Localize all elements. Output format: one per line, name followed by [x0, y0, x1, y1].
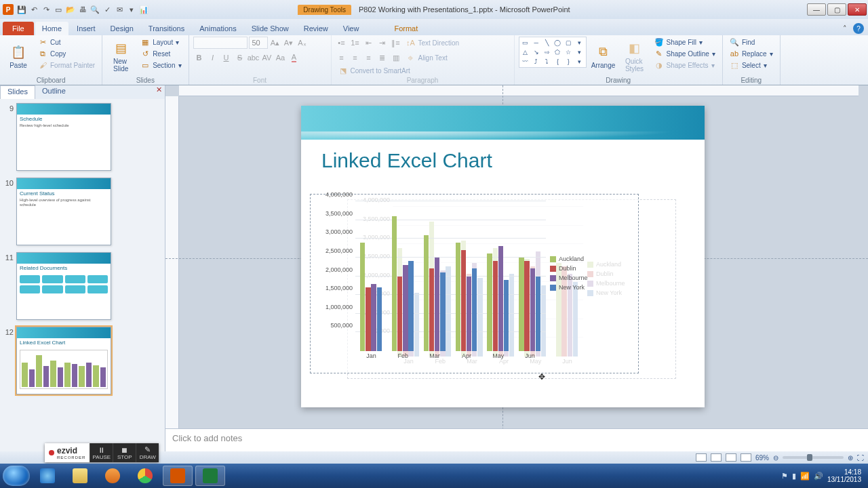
view-reading-icon[interactable]: [726, 453, 736, 462]
linked-chart-object[interactable]: 500,0001,000,0001,500,0002,000,0002,500,…: [310, 194, 639, 373]
slide-thumbnails[interactable]: 9 ScheduleReview high-level schedule 10 …: [0, 99, 165, 464]
taskbar-ie-icon[interactable]: [33, 466, 62, 486]
align-left-button[interactable]: ≡: [336, 52, 348, 64]
line-spacing-button[interactable]: ‖≡: [390, 37, 402, 49]
char-spacing-button[interactable]: AV: [261, 52, 273, 64]
taskbar-chrome-icon[interactable]: [130, 466, 160, 486]
spelling-icon[interactable]: ✓: [102, 4, 113, 15]
maximize-button[interactable]: ▢: [827, 3, 846, 16]
ezvid-stop-button[interactable]: ⏹STOP: [113, 443, 136, 462]
tab-home[interactable]: Home: [35, 22, 68, 35]
italic-button[interactable]: I: [207, 52, 219, 64]
zoom-in-icon[interactable]: ⊕: [848, 454, 853, 462]
shape-fill-button[interactable]: 🪣Shape Fill ▾: [652, 37, 718, 47]
tray-flag-icon[interactable]: ⚑: [781, 472, 788, 481]
minimize-ribbon-icon[interactable]: ˄: [840, 23, 850, 34]
new-icon[interactable]: ▭: [53, 4, 64, 15]
shape-effects-button[interactable]: ◑Shape Effects ▾: [652, 60, 718, 70]
align-right-button[interactable]: ≡: [363, 52, 375, 64]
convert-smartart-button[interactable]: ⬔Convert to SmartArt: [336, 65, 413, 76]
taskbar-powerpoint-icon[interactable]: [163, 466, 193, 486]
slide-thumb-10[interactable]: 10 Current StatusHigh-level overview of …: [1, 178, 163, 245]
cut-button[interactable]: ✂Cut: [35, 37, 98, 47]
underline-button[interactable]: U: [220, 52, 233, 64]
open-icon[interactable]: 📂: [65, 4, 76, 15]
redo-icon[interactable]: ↷: [41, 4, 52, 15]
align-text-button[interactable]: ⎆Align Text: [403, 52, 450, 64]
system-tray[interactable]: ⚑ ▮ 📶 🔊 14:18 13/11/2013: [781, 468, 865, 483]
layout-button[interactable]: ▦Layout ▾: [138, 37, 184, 47]
help-icon[interactable]: ?: [853, 23, 864, 34]
save-icon[interactable]: 💾: [16, 4, 27, 15]
side-tab-outline[interactable]: Outline: [35, 85, 73, 99]
justify-button[interactable]: ≣: [376, 52, 389, 64]
view-sorter-icon[interactable]: [711, 453, 722, 462]
taskbar-media-icon[interactable]: [98, 466, 127, 486]
ezvid-pause-button[interactable]: ⏸PAUSE: [90, 443, 113, 462]
tab-insert[interactable]: Insert: [70, 22, 102, 35]
slide-thumb-9[interactable]: 9 ScheduleReview high-level schedule: [1, 103, 163, 171]
print-preview-icon[interactable]: 🔍: [90, 4, 100, 15]
bold-button[interactable]: B: [193, 52, 205, 64]
tray-volume-icon[interactable]: 🔊: [814, 472, 823, 481]
slide-canvas[interactable]: Linked Excel Chart 500,0001,000,0001,500…: [165, 85, 868, 464]
columns-button[interactable]: ▥: [390, 52, 402, 64]
notes-pane[interactable]: Click to add notes: [165, 428, 868, 451]
format-painter-button[interactable]: 🖌Format Painter: [35, 60, 98, 70]
select-button[interactable]: ⬚Select ▾: [727, 60, 776, 70]
font-size-select[interactable]: [249, 37, 268, 49]
undo-icon[interactable]: ↶: [28, 4, 39, 15]
tray-network-icon[interactable]: ▮: [792, 472, 796, 481]
quick-print-icon[interactable]: 🖶: [77, 4, 88, 15]
align-center-button[interactable]: ≡: [349, 52, 361, 64]
email-icon[interactable]: ✉: [114, 4, 125, 15]
shadow-button[interactable]: abc: [248, 52, 260, 64]
grow-font-icon[interactable]: A▴: [269, 37, 281, 49]
minimize-button[interactable]: —: [807, 3, 826, 16]
tab-format[interactable]: Format: [387, 22, 425, 35]
quick-styles-button[interactable]: ◧Quick Styles: [620, 37, 649, 75]
zoom-level[interactable]: 69%: [755, 454, 769, 462]
reset-button[interactable]: ↺Reset: [138, 48, 184, 59]
new-slide-button[interactable]: ▤ New Slide: [106, 37, 135, 75]
shape-outline-button[interactable]: ✎Shape Outline ▾: [652, 48, 718, 59]
start-button[interactable]: [3, 466, 30, 486]
tray-wifi-icon[interactable]: 📶: [800, 472, 810, 481]
numbering-button[interactable]: 1≡: [349, 37, 361, 49]
qat-more-icon[interactable]: ▾: [126, 4, 137, 15]
zoom-slider[interactable]: [783, 456, 844, 459]
text-direction-button[interactable]: ↕AText Direction: [403, 37, 462, 49]
slide-thumb-12[interactable]: 12 Linked Excel Chart: [1, 327, 163, 394]
side-tab-slides[interactable]: Slides: [0, 85, 35, 99]
section-button[interactable]: ▭Section ▾: [138, 60, 184, 70]
close-button[interactable]: ✕: [848, 3, 867, 16]
slide[interactable]: Linked Excel Chart 500,0001,000,0001,500…: [301, 106, 705, 407]
replace-button[interactable]: abReplace ▾: [727, 48, 776, 59]
tab-review[interactable]: Review: [297, 22, 335, 35]
strikethrough-button[interactable]: S: [234, 52, 246, 64]
copy-button[interactable]: ⧉Copy: [35, 48, 98, 59]
clear-formatting-icon[interactable]: Aₓ: [296, 37, 309, 49]
zoom-out-icon[interactable]: ⊖: [773, 454, 778, 462]
change-case-button[interactable]: Aa: [275, 52, 287, 64]
close-pane-icon[interactable]: ✕: [153, 85, 165, 99]
tab-slideshow[interactable]: Slide Show: [245, 22, 296, 35]
tab-file[interactable]: File: [3, 22, 34, 35]
find-button[interactable]: 🔍Find: [727, 37, 776, 47]
tab-animations[interactable]: Animations: [193, 22, 243, 35]
font-family-select[interactable]: [193, 37, 248, 49]
tray-clock[interactable]: 14:18 13/11/2013: [827, 468, 861, 483]
paste-button[interactable]: 📋 Paste: [4, 37, 33, 75]
taskbar-explorer-icon[interactable]: [65, 466, 95, 486]
chart-icon[interactable]: 📊: [138, 4, 149, 15]
tab-design[interactable]: Design: [104, 22, 140, 35]
decrease-indent-button[interactable]: ⇤: [363, 37, 375, 49]
arrange-button[interactable]: ⧉Arrange: [589, 37, 618, 75]
ezvid-draw-button[interactable]: ✎DRAW: [136, 443, 159, 462]
shapes-gallery[interactable]: ▭─╲◯▢▾ △↘⇨⬠☆▾ 〰⤴⤵{}▾: [519, 37, 587, 68]
view-slideshow-icon[interactable]: [741, 453, 751, 462]
view-normal-icon[interactable]: [696, 453, 707, 462]
taskbar-excel-icon[interactable]: [195, 466, 225, 486]
bullets-button[interactable]: •≡: [336, 37, 348, 49]
increase-indent-button[interactable]: ⇥: [376, 37, 389, 49]
